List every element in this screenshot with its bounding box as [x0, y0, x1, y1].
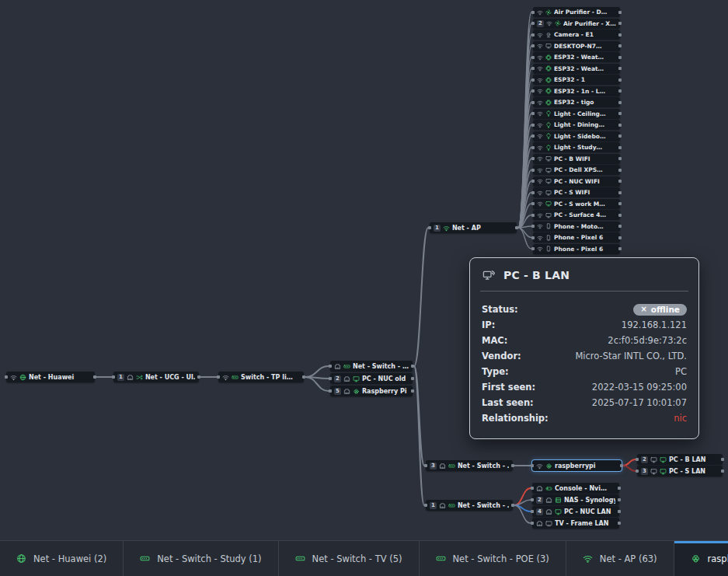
- eth-icon: [536, 520, 543, 527]
- node-pc-nuc-lan[interactable]: 4PC - NUC LAN: [532, 506, 619, 517]
- chip-icon: [545, 77, 552, 83]
- connector-dot: [302, 375, 305, 379]
- tooltip-row-value: Micro-Star INTL CO., LTD.: [575, 351, 687, 361]
- node-nas[interactable]: 2NAS - Synology: [532, 494, 619, 505]
- connector-dot: [93, 375, 96, 379]
- tab-label: Net - Switch - Study (1): [157, 553, 261, 564]
- eth-icon: [545, 508, 552, 515]
- tab-label: raspberrypi (2): [708, 553, 728, 564]
- tab-raspberrypi[interactable]: raspberrypi (2): [674, 541, 728, 576]
- node-phone-moto[interactable]: Phone - Moto…: [533, 222, 620, 232]
- node-esp32-tigo[interactable]: ESP32 - tigo: [533, 97, 620, 107]
- node-label: Net - Huawei: [29, 374, 91, 381]
- node-tv-frame-lan[interactable]: TV - Frame LAN: [532, 518, 619, 529]
- wifi-icon: [537, 65, 543, 72]
- node-net-ap[interactable]: 1Net - AP: [430, 222, 517, 233]
- node-raspberry-pi[interactable]: 5Raspberry Pi …: [330, 386, 413, 396]
- node-net-ucg[interactable]: 1Net - UCG - Ul…: [113, 372, 199, 382]
- connector-dot: [329, 365, 332, 368]
- node-light-ceiling[interactable]: Light - Ceiling…: [533, 109, 620, 119]
- connector-dot: [618, 112, 622, 115]
- switch-icon: [448, 463, 455, 470]
- node-label: PC - Dell XPS…: [554, 166, 616, 173]
- node-pc-nuc-wifi[interactable]: PC - NUC WIFI: [533, 176, 620, 187]
- node-light-study[interactable]: Light - Study…: [533, 142, 620, 152]
- bulb-icon: [545, 145, 552, 151]
- node-net-switch-study[interactable]: 1Net - Switch - …: [426, 500, 513, 511]
- node-net-huawei[interactable]: Net - Huawei: [6, 372, 95, 382]
- node-light-sideboard[interactable]: Light - Sidebo…: [533, 131, 620, 141]
- node-label: Net - Switch - …: [458, 502, 509, 509]
- connector-dot: [618, 247, 622, 250]
- tab-label: Net - Huawei (2): [33, 553, 106, 564]
- connector-dot: [618, 157, 622, 160]
- raspberry-icon: [691, 553, 701, 564]
- monitor-icon: [545, 43, 552, 49]
- node-esp32-weat-2[interactable]: ESP32 - Weat…: [533, 64, 620, 74]
- node-label: ESP32 - Weat…: [554, 65, 616, 72]
- node-label: Air Purifier - X…: [563, 20, 616, 27]
- topology-canvas[interactable]: PC - B LAN Status:×offlineIP:192.168.1.1…: [0, 0, 728, 576]
- connector-dot: [618, 202, 622, 205]
- node-net-switch-tv[interactable]: Net - Switch - …: [330, 361, 413, 372]
- wifi-icon: [537, 88, 543, 94]
- tooltip-row: Vendor:Micro-Star INTL CO., LTD.: [482, 348, 687, 364]
- monitor-icon: [555, 508, 562, 515]
- node-air-purifier-d[interactable]: Air Purifier - D…: [533, 7, 620, 17]
- node-pc-dell-xps[interactable]: PC - Dell XPS…: [533, 165, 620, 175]
- node-air-purifier-x[interactable]: 2Air Purifier - X…: [533, 19, 620, 29]
- tab-net-switch-tv[interactable]: Net - Switch - TV (5): [279, 541, 420, 576]
- wifi-icon: [537, 212, 543, 218]
- tooltip-row-value: nic: [674, 413, 687, 424]
- connector-dot: [618, 191, 622, 194]
- node-label: ESP32 - tigo: [554, 99, 616, 106]
- wifi-icon: [537, 54, 543, 61]
- node-pc-surface[interactable]: PC - Surface 4…: [533, 210, 620, 220]
- tooltip-row-label: Vendor:: [482, 351, 521, 361]
- node-raspberrypi[interactable]: raspberrypi: [532, 460, 622, 471]
- node-label: Net - AP: [452, 225, 513, 232]
- connector-dot: [618, 134, 622, 138]
- node-esp32-weat-1[interactable]: ESP32 - Weat…: [533, 52, 620, 62]
- node-phone-pixel6-b[interactable]: Phone - Pixel 6: [533, 244, 620, 254]
- connector-dot: [531, 247, 535, 250]
- tab-label: Net - Switch - TV (5): [312, 553, 402, 564]
- connector-dot: [531, 157, 535, 160]
- wifi-icon: [537, 190, 543, 196]
- eth-icon: [343, 388, 350, 395]
- chip-icon: [545, 54, 552, 61]
- node-label: Light - Dining…: [554, 121, 616, 128]
- connector-dot: [197, 375, 200, 379]
- node-esp32-1[interactable]: ESP32 - 1: [533, 75, 620, 85]
- connector-dot: [531, 464, 534, 467]
- wifi-icon: [537, 155, 543, 162]
- node-label: PC - NUC LAN: [564, 508, 615, 515]
- node-pc-s-work[interactable]: PC - S work M…: [533, 199, 620, 209]
- node-badge: 3: [641, 468, 648, 475]
- node-pc-b-wifi[interactable]: PC - B WIFI: [533, 154, 620, 164]
- tooltip-row-label: Type:: [482, 366, 509, 377]
- node-pc-s-wifi[interactable]: PC - S WIFI: [533, 187, 620, 197]
- node-desktop-n7[interactable]: DESKTOP-N7…: [533, 41, 620, 51]
- wifi-icon: [537, 235, 543, 241]
- node-esp32-1n[interactable]: ESP32 - 1n - L…: [533, 86, 620, 96]
- node-pc-b-lan[interactable]: 2PC - B LAN: [637, 454, 723, 465]
- node-label: PC - S LAN: [669, 468, 719, 475]
- tab-net-huawei[interactable]: Net - Huawei (2): [0, 541, 124, 576]
- node-camera-e1[interactable]: Camera - E1: [533, 30, 620, 40]
- wifi-icon: [537, 43, 543, 49]
- node-switch-tp[interactable]: Switch - TP li…: [218, 372, 304, 382]
- node-light-dining[interactable]: Light - Dining…: [533, 120, 620, 130]
- node-console[interactable]: Console - Nvi…: [532, 483, 619, 494]
- tab-net-ap[interactable]: Net - AP (63): [566, 541, 674, 576]
- tab-net-switch-study[interactable]: Net - Switch - Study (1): [124, 541, 278, 576]
- node-net-switch-poe[interactable]: 3Net - Switch - …: [426, 460, 513, 471]
- switch-icon: [343, 363, 350, 370]
- node-pc-nuc-old[interactable]: 2PC - NUC old: [330, 373, 413, 384]
- monitor-icon: [545, 178, 552, 184]
- node-label: PC - S work M…: [554, 201, 616, 208]
- node-phone-pixel6-a[interactable]: Phone - Pixel 6: [533, 232, 620, 243]
- tab-net-switch-poe[interactable]: Net - Switch - POE (3): [420, 541, 566, 576]
- tooltip-row: Status:×offline: [482, 302, 687, 317]
- node-pc-s-lan[interactable]: 3PC - S LAN: [637, 466, 723, 477]
